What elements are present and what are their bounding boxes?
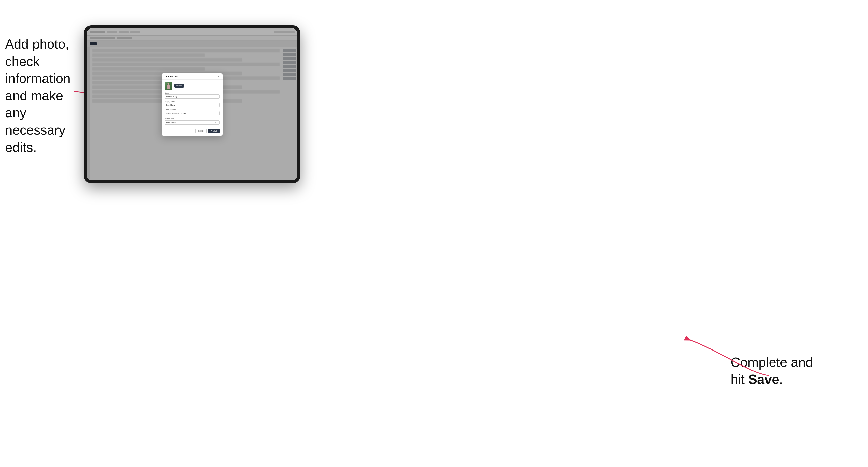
school-year-wrapper: × ⌃⌄ xyxy=(164,120,220,125)
photo-upload-row: Upload xyxy=(164,82,220,90)
save-label: Save xyxy=(213,130,217,132)
photo-thumbnail xyxy=(164,82,172,90)
display-name-field-group: Display name xyxy=(164,100,220,107)
modal-footer: Cancel ⬆ Save xyxy=(161,127,223,135)
tablet-screen: User details × Upload xyxy=(87,29,297,180)
email-field-group: Email address xyxy=(164,109,220,116)
school-year-chevron-icon[interactable]: ⌃⌄ xyxy=(216,121,219,123)
user-details-modal: User details × Upload xyxy=(161,73,223,135)
name-input[interactable] xyxy=(164,94,220,99)
modal-header: User details × xyxy=(161,73,223,80)
email-input[interactable] xyxy=(164,111,220,116)
annotation-right: Complete and hit Save. xyxy=(731,354,827,388)
school-year-controls: × ⌃⌄ xyxy=(215,121,219,123)
annotation-right-bold: Save xyxy=(748,372,779,386)
save-button[interactable]: ⬆ Save xyxy=(208,129,220,133)
modal-close-button[interactable]: × xyxy=(217,75,220,78)
avatar-head xyxy=(168,83,169,85)
name-field-group: Name xyxy=(164,92,220,99)
avatar-body xyxy=(167,85,170,89)
save-icon: ⬆ xyxy=(211,130,212,132)
school-year-input[interactable] xyxy=(164,120,220,125)
display-name-label: Display name xyxy=(164,100,220,102)
modal-body: Upload Name Display name Email addre xyxy=(161,80,223,127)
cancel-button[interactable]: Cancel xyxy=(195,129,207,133)
upload-button[interactable]: Upload xyxy=(174,84,184,88)
modal-title: User details xyxy=(164,75,178,78)
school-year-field-group: School Year × ⌃⌄ xyxy=(164,117,220,125)
annotation-right-text2: . xyxy=(779,372,783,386)
name-label: Name xyxy=(164,92,220,94)
photo-thumb-bg xyxy=(164,82,172,90)
school-year-clear-icon[interactable]: × xyxy=(215,121,216,123)
school-year-label: School Year xyxy=(164,117,220,119)
display-name-input[interactable] xyxy=(164,103,220,107)
tablet-device: User details × Upload xyxy=(84,25,300,183)
modal-overlay: User details × Upload xyxy=(87,29,297,180)
annotation-left: Add photo, check information and make an… xyxy=(5,36,87,156)
email-label: Email address xyxy=(164,109,220,111)
